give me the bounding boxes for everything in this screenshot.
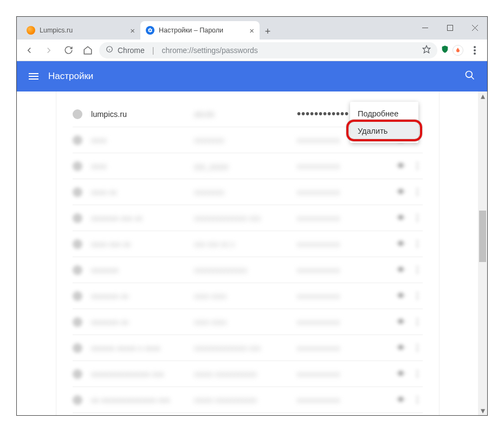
search-button[interactable]	[464, 70, 475, 83]
visibility-icon[interactable]: 👁	[390, 317, 412, 327]
fire-extension-icon[interactable]	[453, 45, 463, 56]
svg-marker-3	[423, 45, 430, 53]
visibility-icon[interactable]: 👁	[390, 395, 412, 405]
reload-button[interactable]	[60, 42, 76, 58]
visibility-icon[interactable]: 👁	[390, 161, 412, 171]
close-icon[interactable]: ×	[249, 26, 254, 35]
password-row[interactable]: xxxxxxx xx xxxx xxxx xxxxxxxxxx 👁 ⋮	[73, 309, 423, 335]
url-security-label: Chrome	[118, 46, 145, 55]
site-favicon-icon	[73, 369, 82, 379]
site-favicon-icon	[73, 395, 82, 405]
home-button[interactable]	[80, 42, 96, 58]
shield-extension-icon[interactable]	[441, 45, 449, 56]
visibility-icon[interactable]: 👁	[390, 239, 412, 249]
password-row[interactable]: xxxx yyy_yyyyy xxxxxxxxxx 👁 ⋮	[73, 153, 423, 179]
svg-point-4	[474, 46, 476, 48]
content-area: ▴ ▾ lumpics.ru abcde •••••••••••• xxxx x…	[17, 91, 487, 415]
close-icon[interactable]: ×	[130, 26, 135, 35]
visibility-icon[interactable]: 👁	[390, 187, 412, 197]
row-menu-button[interactable]: ⋮	[412, 239, 423, 249]
nav-toolbar: Chrome | chrome://settings/passwords	[17, 40, 487, 61]
row-menu-button[interactable]: ⋮	[412, 343, 423, 353]
svg-line-8	[471, 76, 474, 79]
row-context-menu: Подробнее Удалить	[350, 102, 418, 143]
maximize-button[interactable]	[437, 17, 462, 38]
row-menu-button[interactable]: ⋮	[412, 161, 423, 171]
row-menu-button[interactable]: ⋮	[412, 369, 423, 379]
tab-title: Настройки – Пароли	[159, 27, 245, 34]
url-text: chrome://settings/passwords	[161, 46, 257, 55]
site-name: lumpics.ru	[91, 110, 194, 119]
scrollbar-up-icon[interactable]: ▴	[478, 91, 487, 101]
password-row[interactable]: xxxx xxx xx xxx xxx xx x xxxxxxxxxx 👁 ⋮	[73, 231, 423, 257]
row-menu-button[interactable]: ⋮	[412, 317, 423, 327]
site-favicon-icon	[73, 317, 82, 327]
svg-rect-10	[447, 25, 453, 30]
site-favicon-icon	[73, 291, 82, 301]
tab-lumpics[interactable]: Lumpics.ru ×	[21, 21, 140, 40]
row-menu-button[interactable]: ⋮	[412, 213, 423, 223]
row-menu-button[interactable]: ⋮	[412, 265, 423, 275]
site-favicon-icon	[73, 239, 82, 249]
gear-favicon-icon	[146, 26, 154, 35]
password-row[interactable]: xxxx xx xxxxxxxx xxxxxxxxxx 👁 ⋮	[73, 179, 423, 205]
menu-button[interactable]	[29, 73, 38, 80]
visibility-icon[interactable]: 👁	[390, 343, 412, 353]
star-icon[interactable]	[422, 45, 431, 55]
row-menu-button[interactable]: ⋮	[412, 395, 423, 405]
page-title: Настройки	[48, 71, 93, 82]
svg-point-6	[474, 53, 476, 55]
address-bar[interactable]: Chrome | chrome://settings/passwords	[99, 42, 437, 58]
password-row[interactable]: xxxxxxx xxx xx xxxxxxxxxxxxxx xxx xxxxxx…	[73, 205, 423, 231]
svg-point-5	[474, 49, 476, 51]
info-icon	[106, 45, 113, 55]
svg-point-7	[466, 71, 473, 77]
username: abcde	[194, 110, 297, 119]
row-menu-button[interactable]: ⋮	[412, 187, 423, 197]
scrollbar[interactable]: ▴ ▾	[478, 91, 487, 415]
menu-details[interactable]: Подробнее	[350, 105, 418, 122]
browser-menu-button[interactable]	[467, 42, 483, 58]
site-favicon-icon	[73, 213, 82, 223]
scrollbar-down-icon[interactable]: ▾	[478, 406, 487, 415]
close-window-button[interactable]	[462, 17, 487, 38]
visibility-icon[interactable]: 👁	[390, 369, 412, 379]
forward-button[interactable]	[41, 42, 57, 58]
password-row[interactable]: xx xxxxxxxxxxxxxx xxx xxxxx xxxxxxxxxxx …	[73, 387, 423, 413]
password-list: lumpics.ru abcde •••••••••••• xxxx xxxxx…	[56, 91, 440, 415]
orange-favicon-icon	[27, 26, 35, 35]
site-favicon-icon	[73, 161, 82, 171]
site-favicon-icon	[73, 343, 82, 353]
tab-settings[interactable]: Настройки – Пароли ×	[140, 21, 260, 40]
site-favicon-icon	[73, 109, 82, 119]
back-button[interactable]	[21, 42, 37, 58]
visibility-icon[interactable]: 👁	[390, 265, 412, 275]
new-tab-button[interactable]: +	[260, 26, 276, 40]
password-row[interactable]: xxxxxx xxxxx x xxxx xxxxxxxxxxxxxx xxx x…	[73, 335, 423, 361]
visibility-icon[interactable]: 👁	[390, 213, 412, 223]
minimize-button[interactable]	[412, 17, 437, 38]
settings-header: Настройки	[17, 61, 487, 91]
tab-title: Lumpics.ru	[40, 27, 126, 34]
password-row[interactable]: xxxxxxxxxxxxxxx xxx xxxxx xxxxxxxxxxx xx…	[73, 361, 423, 387]
site-favicon-icon	[73, 187, 82, 197]
site-favicon-icon	[73, 135, 82, 145]
site-favicon-icon	[73, 265, 82, 275]
scrollbar-thumb[interactable]	[479, 211, 486, 262]
password-row[interactable]: xxxxxxx xxxxxxxxxxxxxx xxxxxxxxxx 👁 ⋮	[73, 257, 423, 283]
password-row[interactable]: xxxxxxx xx xxxx xxxx xxxxxxxxxx 👁 ⋮	[73, 283, 423, 309]
row-menu-button[interactable]: ⋮	[412, 291, 423, 301]
menu-delete[interactable]: Удалить	[350, 122, 418, 140]
visibility-icon[interactable]: 👁	[390, 291, 412, 301]
window-controls	[390, 17, 487, 38]
